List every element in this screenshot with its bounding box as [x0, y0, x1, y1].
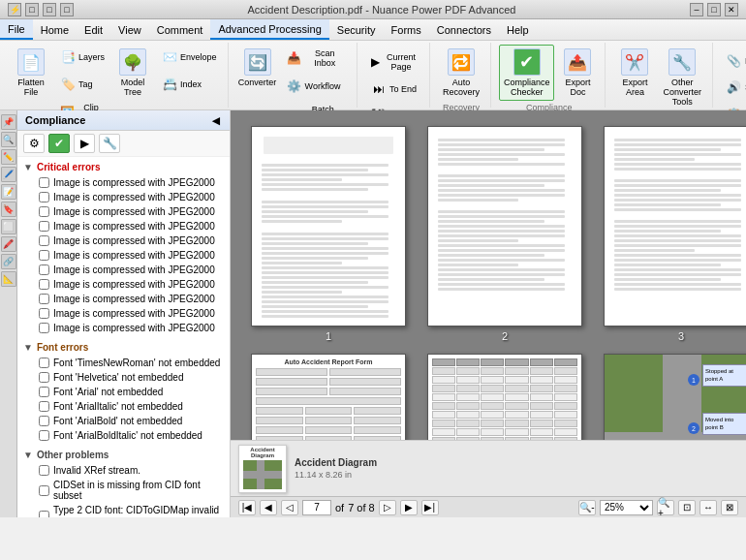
list-item[interactable]: Image is compressed with JPEG2000: [17, 292, 230, 306]
list-item[interactable]: CIDSet in is missing from CID font subse…: [17, 478, 230, 503]
first-page-button[interactable]: |◀: [238, 500, 256, 515]
list-item[interactable]: Font 'Arial' not embedded: [17, 385, 230, 399]
left-tool-8[interactable]: 🖍️: [1, 236, 16, 252]
zoom-in-button[interactable]: 🔍+: [657, 500, 674, 515]
left-tool-2[interactable]: 🔍: [1, 132, 16, 147]
left-tool-4[interactable]: 🖊️: [1, 167, 16, 182]
workflow-button[interactable]: ⚙️ Workflow: [281, 74, 351, 99]
list-item[interactable]: Image is compressed with JPEG2000: [17, 277, 230, 292]
prev-page-button[interactable]: ◀: [260, 500, 277, 515]
list-item[interactable]: Image is compressed with JPEG2000: [17, 219, 230, 233]
left-tool-9[interactable]: 🔗: [1, 254, 16, 269]
thumbnail-diagram[interactable]: Accident Diagram: [238, 445, 287, 493]
auto-recovery-button[interactable]: 🔁 AutoRecovery: [438, 45, 484, 101]
canvas-area[interactable]: 1: [231, 110, 746, 440]
menu-item-help[interactable]: Help: [499, 19, 537, 40]
converter-button[interactable]: 🔄 Converter: [236, 45, 279, 91]
sound-attach-button[interactable]: 🔊 Sound: [721, 75, 746, 100]
restore-icon: □: [43, 3, 56, 16]
list-item[interactable]: Font 'TimesNewRoman' not embedded: [17, 356, 230, 370]
envelope-button[interactable]: ✉️ Envelope: [156, 45, 222, 70]
pdf-page-4[interactable]: Auto Accident Report Form: [251, 354, 406, 440]
list-item[interactable]: Image is compressed with JPEG2000: [17, 233, 230, 248]
next-page-button[interactable]: ▷: [379, 500, 396, 515]
list-item[interactable]: Image is compressed with JPEG2000: [17, 263, 230, 277]
file-attach-button[interactable]: 📎 File: [721, 48, 746, 74]
minimize-button[interactable]: –: [690, 3, 703, 16]
list-item[interactable]: Image is compressed with JPEG2000: [17, 248, 230, 263]
other-problems-header[interactable]: ▼ Other problems: [17, 447, 230, 463]
to-end-button[interactable]: ⏭ To End: [365, 77, 421, 102]
current-page-input[interactable]: [302, 500, 331, 515]
left-tool-1[interactable]: 📌: [1, 114, 16, 130]
last-page-button[interactable]: ▶|: [421, 500, 439, 515]
pdf-page-1[interactable]: [251, 126, 406, 327]
list-item[interactable]: Image is compressed with JPEG2000: [17, 204, 230, 219]
list-item[interactable]: Image is compressed with JPEG2000: [17, 306, 230, 321]
tag-icon: 🏷️: [59, 76, 77, 93]
list-item[interactable]: Invalid XRef stream.: [17, 463, 230, 478]
list-item[interactable]: Image is compressed with JPEG2000: [17, 321, 230, 335]
scan-inbox-button[interactable]: 📥 Scan Inbox: [281, 45, 351, 72]
fit-page-button[interactable]: ⊡: [678, 500, 696, 515]
compliance-checker-button[interactable]: ✔ ComplianceChecker: [499, 45, 555, 101]
left-tool-6[interactable]: 🔖: [1, 202, 16, 217]
tag-button[interactable]: 🏷️ Tag: [54, 72, 109, 97]
pdf-page-container-2: 2: [422, 126, 587, 342]
fix-tool-button[interactable]: 🔧: [99, 134, 120, 153]
ribbon-group-read-aloud: ▶ Current Page ⏭ To End 💾 To File Read A…: [359, 43, 430, 108]
layers-button[interactable]: 📑 Layers: [54, 45, 109, 70]
menu-item-file[interactable]: File: [0, 19, 33, 40]
maximize-button[interactable]: □: [707, 3, 721, 16]
model-tree-button[interactable]: 🌳 ModelTree: [111, 45, 154, 101]
left-tool-7[interactable]: ⬜: [1, 219, 16, 234]
fit-width-button[interactable]: ↔: [699, 500, 717, 515]
settings-tool-button[interactable]: ⚙: [23, 134, 45, 153]
close-button[interactable]: ✕: [725, 3, 738, 16]
pdf-page-2[interactable]: [427, 126, 582, 327]
list-item[interactable]: Image is compressed with JPEG2000: [17, 175, 230, 190]
left-tool-3[interactable]: ✏️: [1, 149, 16, 165]
menu-item-view[interactable]: View: [110, 19, 149, 40]
pdf-page-6[interactable]: Stopped atpoint A Moved intopoint B Car …: [604, 354, 746, 440]
current-page-button[interactable]: ▶ Current Page: [365, 48, 423, 76]
list-item[interactable]: Image is compressed with JPEG2000: [17, 190, 230, 204]
menu-item-security[interactable]: Security: [329, 19, 384, 40]
critical-errors-section: ▼ Critical errors Image is compressed wi…: [17, 157, 230, 337]
ribbon-group-recovery: 🔁 AutoRecovery Recovery: [432, 43, 491, 108]
index-button[interactable]: 📇 Index: [156, 72, 222, 97]
list-item[interactable]: Type 2 CID font: CIDToGIDMap invalid or: [17, 503, 230, 517]
prev-page-button-2[interactable]: ◁: [281, 500, 298, 515]
flatten-file-button[interactable]: 📄 FlattenFile: [10, 45, 52, 101]
list-item[interactable]: Font 'Helvetica' not embedded: [17, 370, 230, 385]
ribbon: 📄 FlattenFile 📑 Layers 🏷️ Tag 🖼️ Clip Ar…: [0, 41, 746, 110]
list-item[interactable]: Font 'ArialBold' not embedded: [17, 414, 230, 428]
left-tool-5[interactable]: 📝: [1, 184, 16, 200]
run-tool-button[interactable]: ▶: [74, 134, 95, 153]
font-errors-header[interactable]: ▼ Font errors: [17, 339, 230, 356]
zoom-out-button[interactable]: 🔍-: [578, 500, 596, 515]
zoom-select[interactable]: 25% 50% 75% 100%: [600, 500, 653, 515]
list-item[interactable]: Font 'ArialItalic' not embedded: [17, 399, 230, 414]
menu-item-advanced-processing[interactable]: Advanced Processing: [210, 19, 328, 40]
list-item[interactable]: Font 'ArialBoldItalic' not embedded: [17, 428, 230, 443]
menu-item-comment[interactable]: Comment: [149, 19, 211, 40]
menu-item-home[interactable]: Home: [33, 19, 77, 40]
sidebar-collapse-button[interactable]: ◀: [212, 115, 222, 126]
menu-item-forms[interactable]: Forms: [384, 19, 429, 40]
export-area-button[interactable]: ✂️ ExportArea: [613, 45, 656, 101]
pdf-page-5[interactable]: [427, 354, 582, 440]
pdf-page-container-1: 1: [246, 126, 411, 342]
critical-errors-header[interactable]: ▼ Critical errors: [17, 159, 230, 175]
menu-item-connectors[interactable]: Connectors: [429, 19, 499, 40]
export-doc-button[interactable]: 📤 ExportDoc: [556, 45, 599, 101]
left-tool-10[interactable]: 📐: [1, 271, 16, 287]
other-converter-tools-button[interactable]: 🔧 Other ConverterTools: [658, 45, 706, 110]
menu-item-edit[interactable]: Edit: [77, 19, 110, 40]
sidebar-content: ▼ Critical errors Image is compressed wi…: [17, 157, 230, 517]
actual-size-button[interactable]: ⊠: [721, 500, 738, 515]
pdf-page-3[interactable]: [604, 126, 746, 327]
check-tool-button[interactable]: ✔: [48, 134, 70, 153]
font-errors-items: Font 'TimesNewRoman' not embedded Font '…: [17, 356, 230, 443]
next-page-button-2[interactable]: ▶: [400, 500, 418, 515]
